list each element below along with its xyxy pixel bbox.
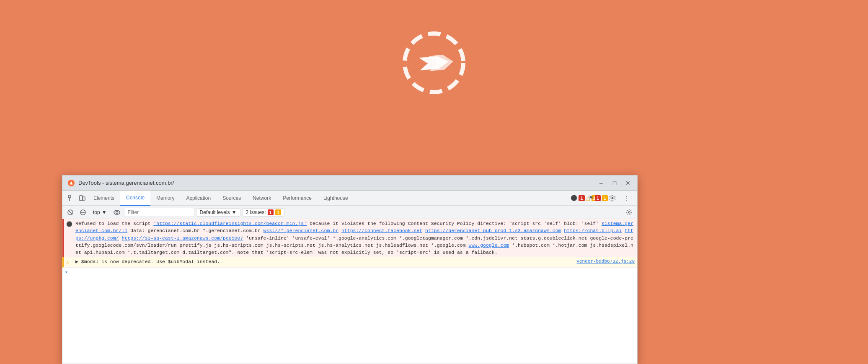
brave-icon <box>68 180 75 186</box>
svg-point-11 <box>628 212 630 213</box>
issues-indicator[interactable]: ⚑ 1 1 <box>593 193 604 204</box>
tab-console[interactable]: Console <box>120 191 150 206</box>
tab-application[interactable]: Application <box>180 191 217 206</box>
error-link-1[interactable]: 'https://static.cloudflareinsights.com/b… <box>153 221 307 226</box>
console-input-cursor <box>70 268 72 276</box>
svg-rect-3 <box>80 196 83 201</box>
devtools-tabs-bar: Elements Console Memory Application Sour… <box>62 191 637 206</box>
clear-console-button[interactable] <box>65 207 76 218</box>
console-output[interactable]: ⚫ Refused to load the script 'https://st… <box>62 219 637 364</box>
tab-lighthouse[interactable]: Lighthouse <box>318 191 354 206</box>
errors-count: 1 <box>579 195 584 201</box>
console-warning-line: △ ▶ $modal is now deprecated. Use $uibMo… <box>62 257 637 268</box>
warning-icon: △ <box>66 259 73 266</box>
issues-red-count: 1 <box>595 195 601 201</box>
no-filter-button[interactable] <box>78 207 88 218</box>
tab-elements[interactable]: Elements <box>88 191 120 206</box>
tab-icons: ⚫ 1 △ 1 ⚑ 1 1 ⋮ <box>579 193 634 204</box>
devtools-window: DevTools - sistema.gerencianet.com.br/ –… <box>62 175 638 364</box>
context-chevron: ▼ <box>102 209 107 215</box>
settings-icon-button[interactable] <box>607 193 618 204</box>
maximize-button[interactable]: □ <box>610 179 619 187</box>
console-error-line: ⚫ Refused to load the script 'https://st… <box>62 219 637 257</box>
context-label: top <box>93 209 100 215</box>
close-button[interactable]: ✕ <box>624 179 632 187</box>
tab-network[interactable]: Network <box>247 191 277 206</box>
filter-input[interactable] <box>124 208 194 217</box>
svg-rect-1 <box>68 195 71 198</box>
error-link-fb[interactable]: https://connect.facebook.net <box>341 228 422 233</box>
issues-button[interactable]: 2 Issues: 1 1 <box>242 208 285 217</box>
tab-performance[interactable]: Performance <box>277 191 318 206</box>
error-icon: ⚫ <box>66 221 73 228</box>
window-controls: – □ ✕ <box>597 179 632 187</box>
errors-badge[interactable]: ⚫ 1 △ 1 <box>579 193 589 204</box>
context-selector[interactable]: top ▼ <box>90 208 110 217</box>
tab-memory[interactable]: Memory <box>150 191 180 206</box>
more-options-button[interactable]: ⋮ <box>621 193 632 204</box>
warning-source-link[interactable]: vendor-bddb6732.js:29 <box>576 258 635 265</box>
inspect-button[interactable] <box>66 193 77 204</box>
console-prompt-symbol: > <box>65 268 68 276</box>
issues-label: 2 Issues: <box>246 209 266 215</box>
app-logo <box>396 25 472 101</box>
error-link-s3[interactable]: https://gerencianet-pub-prod-1.s3.amazon… <box>425 228 561 233</box>
svg-rect-4 <box>83 197 85 200</box>
levels-selector[interactable]: Default levels ▼ <box>196 208 240 217</box>
device-toolbar-button[interactable] <box>77 193 88 204</box>
warning-message: ▶ $modal is now deprecated. Use $uibModa… <box>75 258 573 265</box>
error-link-s3east[interactable]: https://s3-sa-east-1.amazonaws.com/pe850… <box>121 235 243 241</box>
browser-icon <box>67 179 75 187</box>
tab-sources[interactable]: Sources <box>217 191 247 206</box>
eye-button[interactable] <box>111 207 122 218</box>
title-bar: DevTools - sistema.gerencianet.com.br/ –… <box>62 176 637 191</box>
window-title: DevTools - sistema.gerencianet.com.br/ <box>78 180 597 186</box>
error-link-google[interactable]: www.google.com <box>469 243 509 248</box>
issues-red: 1 <box>268 209 274 215</box>
error-link-blip[interactable]: https://chat.blip.ai <box>564 228 622 233</box>
console-input-line[interactable]: > <box>62 268 637 277</box>
console-toolbar: top ▼ Default levels ▼ 2 Issues: 1 1 <box>62 206 637 219</box>
levels-chevron: ▼ <box>232 209 237 215</box>
error-link-wss[interactable]: wss://*.gerencianet.com.br <box>264 228 338 233</box>
svg-point-10 <box>116 211 118 213</box>
issues-yellow: 1 <box>275 209 281 215</box>
svg-line-6 <box>69 211 72 214</box>
levels-label: Default levels <box>200 209 230 215</box>
error-message: Refused to load the script 'https://stat… <box>75 220 635 256</box>
minimize-button[interactable]: – <box>597 179 605 187</box>
brave-icon-inner <box>70 181 73 185</box>
console-settings-button[interactable] <box>624 207 635 218</box>
svg-point-9 <box>114 210 120 214</box>
logo-container <box>392 21 476 105</box>
